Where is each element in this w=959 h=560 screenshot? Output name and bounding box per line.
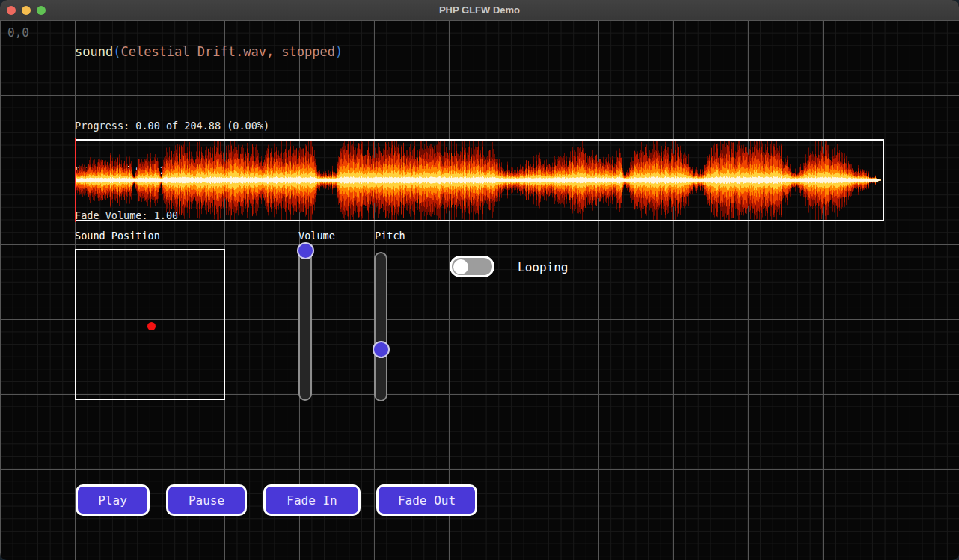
minimize-button[interactable] xyxy=(22,6,31,15)
gl-canvas-area: 0,0 sound(Celestial Drift.wav, stopped) … xyxy=(0,20,959,560)
pitch-slider-handle[interactable] xyxy=(373,341,390,358)
waveform-display[interactable] xyxy=(75,139,884,221)
traffic-lights xyxy=(7,0,46,20)
waveform-canvas[interactable] xyxy=(76,141,883,220)
pitch-label: Pitch xyxy=(375,230,405,241)
title-bar[interactable]: PHP GLFW Demo xyxy=(0,0,959,20)
window-title: PHP GLFW Demo xyxy=(439,4,520,16)
progress-text: Progress: 0.00 of 204.88 (0.00%) xyxy=(75,118,269,133)
close-paren: ) xyxy=(335,44,343,59)
play-button[interactable]: Play xyxy=(76,484,150,516)
app-window: PHP GLFW Demo 0,0 sound(Celestial Drift.… xyxy=(0,0,959,560)
close-button[interactable] xyxy=(7,6,16,15)
zoom-button[interactable] xyxy=(37,6,46,15)
fade-out-button[interactable]: Fade Out xyxy=(376,484,477,516)
sound-object-debug-line: sound(Celestial Drift.wav, stopped) xyxy=(75,44,343,59)
origin-coordinates-label: 0,0 xyxy=(7,25,29,40)
pause-button[interactable]: Pause xyxy=(166,484,247,516)
sound-fn-name: sound xyxy=(75,44,113,59)
looping-toggle[interactable] xyxy=(450,256,494,277)
volume-slider-handle[interactable] xyxy=(297,242,314,259)
sound-position-pad[interactable] xyxy=(75,249,225,400)
pitch-slider-track[interactable] xyxy=(374,252,387,401)
volume-label: Volume xyxy=(298,230,335,241)
open-paren: ( xyxy=(113,44,120,59)
looping-toggle-knob[interactable] xyxy=(453,259,468,274)
sound-position-dot[interactable] xyxy=(147,322,156,330)
sound-args: Celestial Drift.wav, stopped xyxy=(120,44,335,59)
looping-label: Looping xyxy=(518,260,568,274)
sound-position-label: Sound Position xyxy=(75,230,160,241)
fade-in-button[interactable]: Fade In xyxy=(263,484,361,516)
volume-slider-track[interactable] xyxy=(298,244,312,401)
playhead-marker[interactable] xyxy=(75,138,76,222)
